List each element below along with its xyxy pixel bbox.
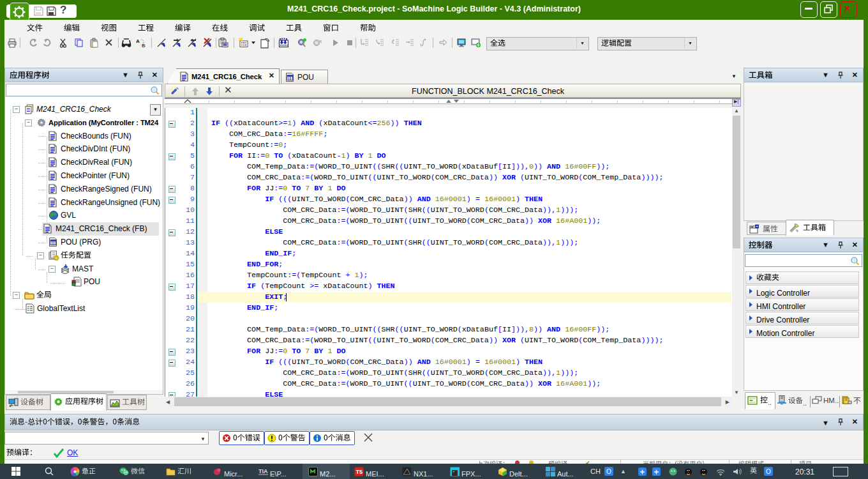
svg-text:O: O	[606, 468, 611, 475]
svg-text:O: O	[766, 468, 771, 475]
svg-text:TIA: TIA	[258, 468, 268, 475]
svg-text:T5: T5	[356, 469, 363, 475]
svg-text:B: B	[142, 43, 146, 48]
svg-text:A: A	[136, 38, 140, 44]
